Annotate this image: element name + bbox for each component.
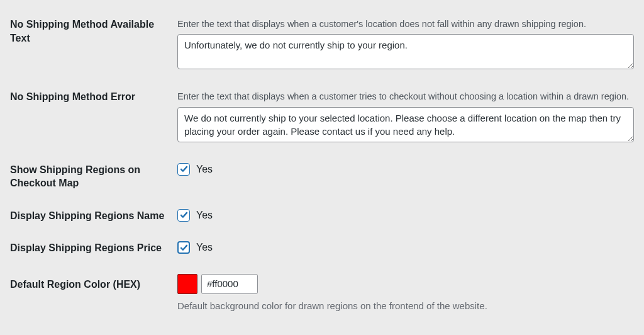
no-shipping-error-help: Enter the text that displays when a cust… bbox=[177, 90, 634, 103]
label-col: Display Shipping Regions Name bbox=[10, 209, 177, 223]
no-shipping-text-textarea[interactable] bbox=[177, 34, 634, 69]
label-col: Default Region Color (HEX) bbox=[10, 274, 177, 292]
show-regions-map-label: Show Shipping Regions on Checkout Map bbox=[10, 164, 140, 189]
row-display-region-name: Display Shipping Regions Name Yes bbox=[10, 209, 634, 223]
display-region-name-label: Display Shipping Regions Name bbox=[10, 210, 164, 221]
checkbox-display-region-name[interactable] bbox=[177, 209, 190, 222]
row-no-shipping-error: No Shipping Method Error Enter the text … bbox=[10, 90, 634, 144]
color-picker-row bbox=[177, 274, 634, 294]
label-col: Display Shipping Regions Price bbox=[10, 241, 177, 255]
show-regions-map-option[interactable]: Yes bbox=[177, 163, 634, 176]
row-show-regions-map: Show Shipping Regions on Checkout Map Ye… bbox=[10, 163, 634, 190]
row-display-region-price: Display Shipping Regions Price Yes bbox=[10, 241, 634, 255]
checkbox-display-region-price[interactable] bbox=[177, 241, 190, 254]
color-swatch[interactable] bbox=[177, 274, 197, 294]
no-shipping-text-label: No Shipping Method Available Text bbox=[10, 19, 154, 43]
field-col: Yes bbox=[177, 163, 634, 176]
no-shipping-error-label: No Shipping Method Error bbox=[10, 91, 135, 102]
default-color-label: Default Region Color (HEX) bbox=[10, 279, 140, 290]
label-col: No Shipping Method Error bbox=[10, 90, 177, 104]
label-col: Show Shipping Regions on Checkout Map bbox=[10, 163, 177, 190]
display-region-price-label: Display Shipping Regions Price bbox=[10, 242, 162, 253]
field-col: Enter the text that displays when a cust… bbox=[177, 90, 634, 144]
display-region-name-option-text: Yes bbox=[196, 210, 213, 221]
row-no-shipping-text: No Shipping Method Available Text Enter … bbox=[10, 18, 634, 71]
color-hex-input[interactable] bbox=[201, 274, 258, 294]
default-color-help: Default background color for drawn regio… bbox=[177, 300, 634, 311]
no-shipping-text-help: Enter the text that displays when a cust… bbox=[177, 18, 634, 30]
field-col: Default background color for drawn regio… bbox=[177, 274, 634, 311]
display-region-price-option[interactable]: Yes bbox=[177, 241, 634, 254]
field-col: Yes bbox=[177, 241, 634, 254]
label-col: No Shipping Method Available Text bbox=[10, 18, 177, 45]
no-shipping-error-textarea[interactable] bbox=[177, 107, 634, 142]
checkbox-show-regions-map[interactable] bbox=[177, 163, 190, 176]
row-default-color: Default Region Color (HEX) Default backg… bbox=[10, 274, 634, 311]
show-regions-map-option-text: Yes bbox=[196, 164, 213, 175]
display-region-name-option[interactable]: Yes bbox=[177, 209, 634, 222]
display-region-price-option-text: Yes bbox=[196, 242, 213, 253]
field-col: Enter the text that displays when a cust… bbox=[177, 18, 634, 71]
field-col: Yes bbox=[177, 209, 634, 222]
